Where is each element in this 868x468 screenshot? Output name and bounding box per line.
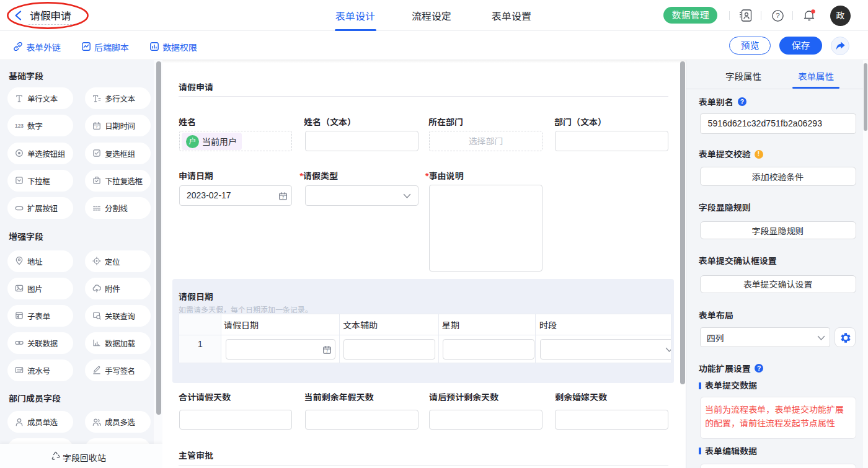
svg-text:7: 7 — [326, 349, 329, 353]
svg-text:?: ? — [776, 12, 779, 19]
svg-text:123: 123 — [15, 123, 24, 129]
svg-text:7: 7 — [282, 195, 285, 200]
svg-text:7: 7 — [95, 125, 98, 129]
